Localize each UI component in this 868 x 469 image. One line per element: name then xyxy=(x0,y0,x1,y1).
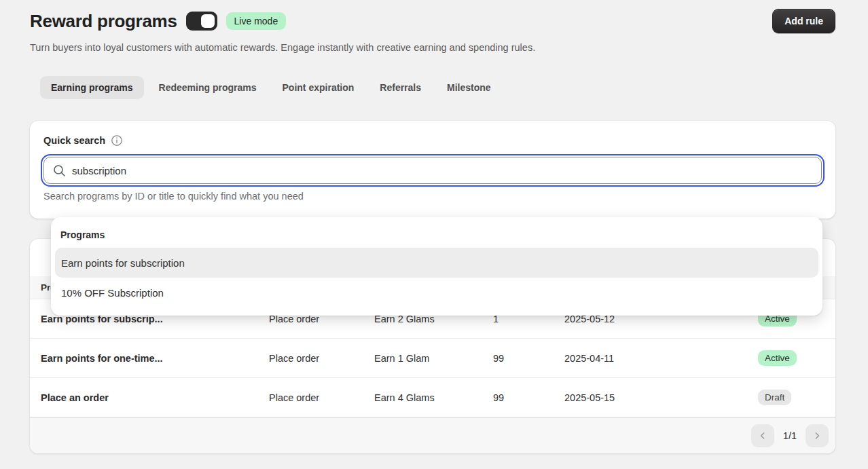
table-row[interactable]: Place an order Place order Earn 4 Glams … xyxy=(30,378,835,417)
search-input-wrap xyxy=(43,157,822,184)
program-trigger: Place order xyxy=(258,392,363,403)
search-input[interactable] xyxy=(72,165,813,176)
dropdown-option-10-off-subscription[interactable]: 10% OFF Subscription xyxy=(55,278,818,307)
program-status-cell: Draft xyxy=(747,390,835,406)
quick-search-label-row: Quick search xyxy=(43,134,822,147)
program-reward: Earn 4 Glams xyxy=(363,392,482,403)
program-trigger: Place order xyxy=(258,353,363,364)
program-reward: Earn 1 Glam xyxy=(363,353,482,364)
live-mode-toggle[interactable] xyxy=(186,12,217,31)
program-date: 2025-05-15 xyxy=(554,392,747,403)
page-header: Reward programs Live mode Add rule Turn … xyxy=(30,9,835,53)
live-mode-badge: Live mode xyxy=(226,12,287,30)
status-badge: Draft xyxy=(758,390,791,406)
program-date: 2025-04-11 xyxy=(554,353,747,364)
search-help-text: Search programs by ID or title to quickl… xyxy=(43,191,822,202)
quick-search-label: Quick search xyxy=(43,135,105,146)
program-count: 99 xyxy=(482,392,554,403)
reward-programs-page: Reward programs Live mode Add rule Turn … xyxy=(0,0,868,469)
tab-point-expiration[interactable]: Point expiration xyxy=(272,76,365,99)
chevron-left-icon xyxy=(757,430,768,441)
quick-search-card: Quick search Search programs by ID or ti… xyxy=(30,121,835,219)
search-icon xyxy=(52,164,66,177)
table-row[interactable]: Earn points for one-time... Place order … xyxy=(30,339,835,378)
tab-earning-programs[interactable]: Earning programs xyxy=(40,76,144,99)
dropdown-option-earn-points-for-subscription[interactable]: Earn points for subscription xyxy=(55,248,818,278)
title-row: Reward programs Live mode Add rule xyxy=(30,9,835,33)
page-subtitle: Turn buyers into loyal customers with au… xyxy=(30,42,835,53)
toggle-knob-icon xyxy=(201,14,215,28)
search-suggestions-dropdown: Programs Earn points for subscription 10… xyxy=(51,217,822,316)
status-badge: Active xyxy=(758,350,797,367)
pagination-count: 1/1 xyxy=(783,430,797,441)
page-title: Reward programs xyxy=(30,11,177,32)
dropdown-section-label: Programs xyxy=(55,223,818,248)
program-name: Place an order xyxy=(30,392,258,403)
program-tabs: Earning programs Redeeming programs Poin… xyxy=(40,76,502,99)
table-footer: 1/1 xyxy=(30,417,835,453)
program-count: 99 xyxy=(482,353,554,364)
program-status-cell: Active xyxy=(747,350,835,367)
pagination-next-button[interactable] xyxy=(806,424,829,447)
tab-milestone[interactable]: Milestone xyxy=(436,76,502,99)
tab-redeeming-programs[interactable]: Redeeming programs xyxy=(148,76,268,99)
info-icon[interactable] xyxy=(111,134,123,147)
chevron-right-icon xyxy=(812,430,822,441)
tab-referrals[interactable]: Referrals xyxy=(369,76,432,99)
pagination-prev-button[interactable] xyxy=(751,424,774,447)
program-name: Earn points for one-time... xyxy=(30,353,258,364)
add-rule-button[interactable]: Add rule xyxy=(772,9,835,33)
